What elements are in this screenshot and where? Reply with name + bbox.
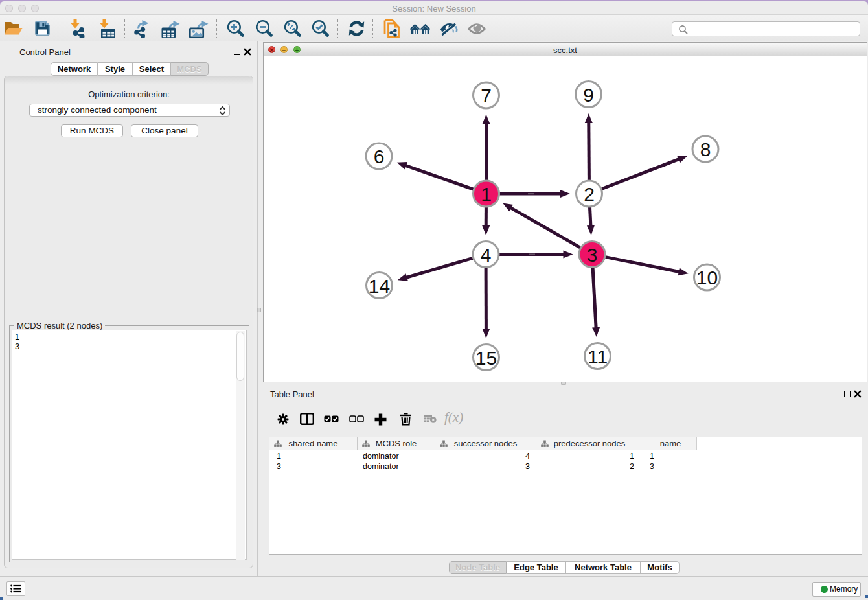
svg-text:14: 14	[369, 275, 390, 297]
svg-text:4: 4	[481, 244, 492, 266]
svg-text:6: 6	[374, 146, 385, 167]
svg-text:9: 9	[583, 84, 594, 106]
svg-text:10: 10	[696, 267, 718, 288]
svg-text:2: 2	[584, 183, 595, 205]
svg-text:7: 7	[481, 85, 492, 106]
svg-text:3: 3	[587, 244, 598, 266]
svg-text:11: 11	[588, 346, 608, 367]
svg-text:15: 15	[475, 347, 497, 369]
svg-text:1: 1	[481, 183, 492, 205]
svg-text:8: 8	[700, 139, 711, 160]
